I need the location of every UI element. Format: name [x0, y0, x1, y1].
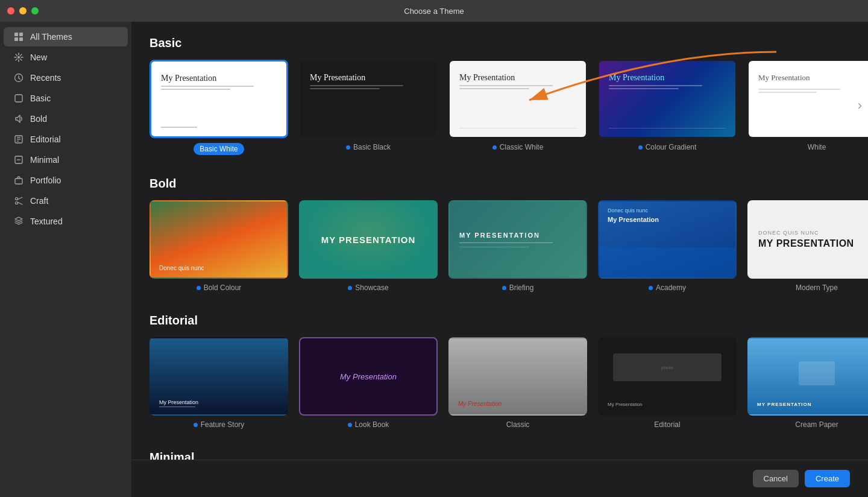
sidebar-label-craft: Craft: [30, 196, 48, 206]
sidebar-item-bold[interactable]: Bold: [4, 109, 128, 128]
theme-thumbnail-white[interactable]: My Presentation: [747, 60, 868, 138]
colour-gradient-title: My Presentation: [609, 73, 726, 83]
sidebar-item-editorial[interactable]: Editorial: [4, 130, 128, 149]
basic-white-sub2: [161, 89, 230, 90]
bottom-bar: Cancel Create: [131, 460, 868, 497]
sidebar-item-craft[interactable]: Craft: [4, 191, 128, 211]
clock-icon: [13, 72, 24, 83]
bold-section-title: Bold: [149, 177, 850, 191]
modern-type-label: Modern Type: [796, 283, 838, 292]
theme-item-cream-paper[interactable]: MY PRESENTATION Cream Paper: [747, 337, 868, 429]
close-button[interactable]: [7, 7, 14, 14]
sidebar-item-recents[interactable]: Recents: [4, 68, 128, 87]
colour-gradient-dot: [638, 145, 643, 150]
theme-item-feature-story[interactable]: My Presentation Feature Story: [149, 337, 288, 429]
classic-label: Classic: [506, 420, 530, 429]
theme-item-look-book[interactable]: My Presentation Look Book: [299, 337, 438, 429]
theme-thumbnail-classic[interactable]: My Presentation: [448, 337, 587, 416]
theme-item-academy[interactable]: Donec quis nunc My Presentation Academy: [598, 200, 737, 292]
sidebar-item-basic[interactable]: Basic: [4, 89, 128, 108]
theme-thumbnail-basic-black[interactable]: My Presentation: [299, 60, 438, 138]
svg-line-10: [20, 59, 22, 61]
theme-item-editorial-theme[interactable]: photo My Presentation Editorial: [598, 337, 737, 429]
theme-item-basic-black[interactable]: My Presentation Basic Black: [299, 60, 438, 155]
sidebar-item-portfolio[interactable]: Portfolio: [4, 171, 128, 190]
theme-thumbnail-classic-white[interactable]: My Presentation: [448, 60, 587, 138]
cancel-button[interactable]: Cancel: [753, 470, 799, 487]
minimize-button[interactable]: [19, 7, 27, 14]
classic-text: My Presentation: [458, 400, 502, 407]
theme-item-colour-gradient[interactable]: My Presentation Colour Gradient: [598, 60, 737, 155]
briefcase-icon: [13, 175, 24, 186]
theme-thumbnail-editorial-theme[interactable]: photo My Presentation: [598, 337, 737, 416]
create-button[interactable]: Create: [805, 470, 850, 487]
sidebar-label-new: New: [30, 52, 47, 62]
minus-square-icon: [13, 154, 24, 165]
theme-item-showcase[interactable]: MY PRESENTATION Showcase: [299, 200, 438, 292]
modern-type-top: DONEC QUIS NUNC: [758, 230, 819, 236]
sidebar-item-new[interactable]: New: [4, 48, 128, 67]
svg-rect-23: [15, 179, 22, 184]
theme-thumbnail-bold-colour[interactable]: Donec quis nunc: [149, 200, 288, 279]
maximize-button[interactable]: [31, 7, 39, 14]
theme-item-white[interactable]: My Presentation White: [747, 60, 868, 155]
classic-white-dot: [492, 145, 497, 150]
svg-line-12: [16, 59, 17, 61]
sidebar-label-all-themes: All Themes: [30, 32, 72, 42]
colour-gradient-sub1: [609, 85, 702, 86]
basic-black-sub2: [310, 88, 380, 89]
theme-item-modern-type[interactable]: DONEC QUIS NUNC MY PRESENTATION Modern T…: [747, 200, 868, 292]
theme-thumbnail-feature-story[interactable]: My Presentation: [149, 337, 288, 416]
sidebar-item-textured[interactable]: Textured: [4, 212, 128, 231]
theme-thumbnail-showcase[interactable]: MY PRESENTATION: [299, 200, 438, 279]
basic-white-footer: [161, 127, 197, 128]
theme-item-classic[interactable]: My Presentation Classic: [448, 337, 587, 429]
academy-label: Academy: [649, 283, 686, 292]
theme-item-basic-white[interactable]: My Presentation Basic White: [149, 60, 288, 155]
classic-white-label: Classic White: [492, 143, 544, 151]
svg-rect-2: [14, 37, 18, 41]
square-icon: [13, 93, 24, 104]
nav-arrow-right[interactable]: ›: [858, 98, 862, 113]
white-label: White: [808, 143, 826, 151]
layers-icon: [13, 216, 24, 227]
theme-thumbnail-academy[interactable]: Donec quis nunc My Presentation: [598, 200, 737, 279]
theme-thumbnail-modern-type[interactable]: DONEC QUIS NUNC MY PRESENTATION: [747, 200, 868, 279]
colour-gradient-sub2: [609, 88, 679, 89]
theme-item-classic-white[interactable]: My Presentation Classic White: [448, 60, 587, 155]
theme-thumbnail-cream-paper[interactable]: MY PRESENTATION: [747, 337, 868, 416]
basic-themes-grid: My Presentation Basic White: [149, 60, 850, 155]
basic-section: Basic My Presentation B: [149, 36, 850, 155]
colour-gradient-divider: [609, 128, 726, 128]
basic-section-title: Basic: [149, 36, 850, 50]
theme-thumbnail-briefing[interactable]: MY PRESENTATION: [448, 200, 587, 279]
svg-rect-3: [19, 37, 23, 41]
sidebar-item-minimal[interactable]: Minimal: [4, 150, 128, 169]
basic-black-title: My Presentation: [310, 73, 427, 83]
theme-thumbnail-colour-gradient[interactable]: My Presentation: [598, 60, 737, 138]
svg-rect-0: [14, 33, 18, 36]
modern-type-text: MY PRESENTATION: [758, 238, 854, 249]
classic-white-divider: [459, 128, 576, 128]
theme-item-bold-colour[interactable]: Donec quis nunc Bold Colour: [149, 200, 288, 292]
grid-icon: [13, 31, 24, 42]
window-buttons: [7, 7, 39, 14]
theme-thumbnail-look-book[interactable]: My Presentation: [299, 337, 438, 416]
feature-story-text: My Presentation: [159, 399, 198, 405]
editorial-theme-label: Editorial: [654, 420, 680, 429]
scissors-icon: [13, 195, 24, 206]
sidebar-item-all-themes[interactable]: All Themes: [4, 27, 128, 46]
theme-item-briefing[interactable]: MY PRESENTATION Briefing: [448, 200, 587, 292]
briefing-dot: [502, 286, 506, 290]
basic-white-badge: Basic White: [193, 143, 244, 155]
sidebar-label-basic: Basic: [30, 93, 51, 103]
svg-line-26: [17, 197, 22, 200]
bold-colour-label: Bold Colour: [197, 283, 242, 292]
cream-paper-text: MY PRESENTATION: [757, 402, 812, 407]
academy-subtitle: Donec quis nunc: [608, 207, 727, 214]
svg-line-15: [19, 78, 20, 80]
content-area: Basic My Presentation B: [131, 22, 868, 497]
theme-thumbnail-basic-white[interactable]: My Presentation: [149, 60, 288, 138]
speaker-icon: [13, 113, 24, 124]
showcase-label: Showcase: [348, 283, 388, 292]
